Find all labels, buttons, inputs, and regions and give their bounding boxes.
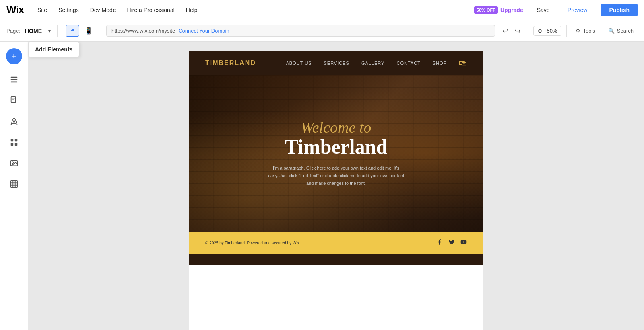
tools-icon: ⚙ <box>576 28 580 34</box>
save-button[interactable]: Save <box>533 4 554 16</box>
url-bar: https://www.wix.com/mysite Connect Your … <box>106 25 495 37</box>
sidebar-item-pages[interactable] <box>5 92 23 109</box>
tools-button[interactable]: ⚙ Tools <box>572 26 599 35</box>
sidebar-item-design[interactable] <box>5 113 23 130</box>
url-text: https://www.wix.com/mysite <box>111 28 175 34</box>
site-nav-gallery[interactable]: GALLERY <box>361 61 385 66</box>
sidebar-item-layers[interactable] <box>5 71 23 88</box>
desktop-view-button[interactable]: 🖥 <box>66 25 79 37</box>
zoom-level: +50% <box>544 28 557 34</box>
site-nav-shop[interactable]: Shop <box>433 61 447 66</box>
preview-button[interactable]: Preview <box>564 4 592 16</box>
upgrade-section: 50% OFF Upgrade <box>474 6 523 14</box>
zoom-control[interactable]: ⊕ +50% <box>533 26 562 36</box>
second-bar: Page: HOME ▾ 🖥 📱 https://www.wix.com/mys… <box>0 20 644 42</box>
undo-redo-controls: ↩ ↪ <box>500 25 523 37</box>
footer-wix-link[interactable]: Wix <box>293 241 299 245</box>
footer-social <box>436 239 467 247</box>
search-button[interactable]: 🔍 Search <box>604 26 638 35</box>
add-elements-panel[interactable]: Add Elements <box>28 42 79 57</box>
hero-welcome-text: Welcome to <box>268 119 405 136</box>
footer-copyright: © 2025 by Timberland. Powered and secure… <box>205 241 299 245</box>
discount-badge: 50% OFF <box>474 6 498 14</box>
sidebar-item-apps[interactable] <box>5 133 23 151</box>
mobile-view-button[interactable]: 📱 <box>81 25 96 37</box>
svg-point-4 <box>13 120 15 123</box>
site-hero: Welcome to Timberland I'm a paragraph. C… <box>189 75 483 232</box>
svg-point-10 <box>12 162 13 163</box>
search-label: Search <box>617 28 634 34</box>
youtube-icon[interactable] <box>460 239 467 247</box>
svg-rect-6 <box>14 139 17 141</box>
facebook-icon[interactable] <box>436 239 443 247</box>
canvas-area[interactable]: TIMBERLAND ABOUT US SERVICES GALLERY CON… <box>28 42 644 330</box>
plus-icon: + <box>11 51 17 61</box>
undo-button[interactable]: ↩ <box>500 25 511 37</box>
site-nav-about[interactable]: ABOUT US <box>286 61 312 66</box>
twitter-icon[interactable] <box>448 239 455 247</box>
zoom-icon: ⊕ <box>538 28 542 34</box>
main-area: + Add Elements TIMBERLAND ABOUT US <box>0 42 644 330</box>
site-nav: TIMBERLAND ABOUT US SERVICES GALLERY CON… <box>189 51 483 75</box>
site-nav-services[interactable]: SERVICES <box>324 61 349 66</box>
hero-background: Welcome to Timberland I'm a paragraph. C… <box>189 75 483 232</box>
divider-3 <box>528 25 528 37</box>
publish-button[interactable]: Publish <box>601 4 638 16</box>
redo-button[interactable]: ↪ <box>512 25 523 37</box>
page-label: Page: <box>6 28 20 34</box>
nav-settings[interactable]: Settings <box>58 5 80 15</box>
sidebar-item-table[interactable] <box>5 175 23 193</box>
svg-rect-1 <box>10 79 17 80</box>
site-logo: TIMBERLAND <box>205 59 256 67</box>
hero-title-text: Timberland <box>268 136 405 158</box>
svg-rect-8 <box>14 143 17 146</box>
upgrade-link[interactable]: Upgrade <box>500 7 523 13</box>
svg-rect-11 <box>10 181 17 188</box>
site-preview: TIMBERLAND ABOUT US SERVICES GALLERY CON… <box>189 51 483 330</box>
add-elements-button[interactable]: + <box>6 48 22 64</box>
tools-label: Tools <box>583 28 595 34</box>
svg-rect-0 <box>10 77 17 78</box>
wix-logo: Wix <box>6 4 24 16</box>
cart-icon[interactable]: 🛍 <box>459 59 467 68</box>
divider-1 <box>57 25 58 37</box>
nav-help[interactable]: Help <box>185 5 198 15</box>
nav-site[interactable]: Site <box>37 5 48 15</box>
hero-content: Welcome to Timberland I'm a paragraph. C… <box>260 111 413 195</box>
divider-4 <box>566 25 567 37</box>
site-footer-dark <box>189 254 483 265</box>
page-name: HOME <box>25 28 42 34</box>
search-icon: 🔍 <box>608 28 615 34</box>
left-sidebar: + <box>0 42 28 330</box>
connect-domain-link[interactable]: Connect Your Domain <box>178 28 229 34</box>
nav-hire[interactable]: Hire a Professional <box>126 5 175 15</box>
divider-2 <box>101 25 101 37</box>
nav-devmode[interactable]: Dev Mode <box>89 5 117 15</box>
device-buttons: 🖥 📱 <box>66 25 96 37</box>
sidebar-item-media[interactable] <box>5 154 23 172</box>
site-nav-contact[interactable]: CONTACT <box>396 61 420 66</box>
top-bar: Wix Site Settings Dev Mode Hire a Profes… <box>0 0 644 20</box>
svg-rect-7 <box>10 143 13 146</box>
page-dropdown-button[interactable]: ▾ <box>47 27 52 35</box>
hero-paragraph: I'm a paragraph. Click here to add your … <box>268 164 405 187</box>
svg-rect-5 <box>10 139 13 141</box>
site-footer-yellow: © 2025 by Timberland. Powered and secure… <box>189 232 483 254</box>
svg-rect-2 <box>10 82 17 83</box>
